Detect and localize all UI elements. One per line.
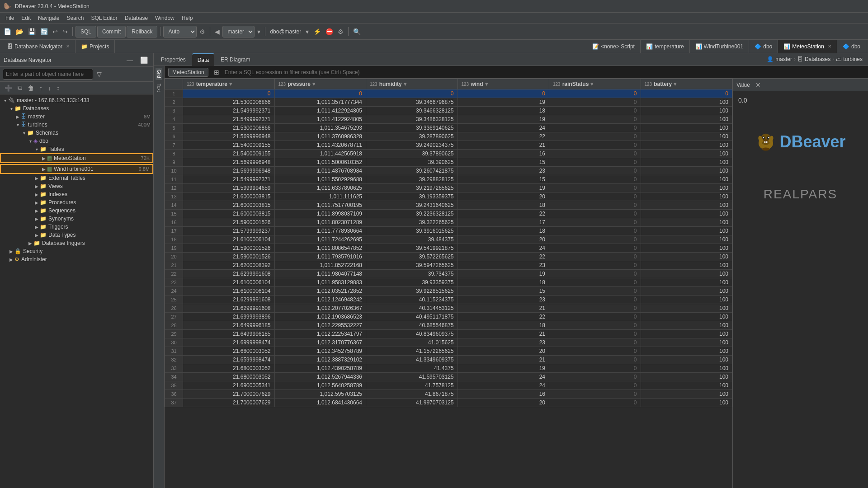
data-cell[interactable]: 39.2607421875 [366,167,458,175]
data-cell[interactable]: 1,012.3887329102 [274,356,366,364]
data-cell[interactable]: 21.6299991608 [183,304,275,313]
data-cell[interactable]: 18 [458,227,549,235]
open-button[interactable]: 📂 [14,27,25,36]
refresh-button[interactable]: 🔄 [38,27,50,36]
data-cell[interactable]: 1,011.4122924805 [274,107,366,115]
data-cell[interactable]: 21.5900001526 [183,253,275,261]
data-cell[interactable]: 100 [641,321,732,330]
table-row[interactable]: 2021.59000015261,011.793579101639.572265… [165,253,732,261]
table-row[interactable]: 2321.61000061041,011.958312988339.933593… [165,278,732,287]
data-cell[interactable]: 21.5699996948 [183,132,275,141]
data-cell[interactable]: 21.5699996948 [183,158,275,167]
tab-properties[interactable]: Properties [156,53,191,66]
data-cell[interactable]: 1,011.9804077148 [274,270,366,278]
data-cell[interactable]: 100 [641,278,732,287]
table-row[interactable]: 621.56999969481,011.376098632839.2878906… [165,132,732,141]
data-cell[interactable]: 41.9970703125 [366,399,458,407]
data-cell[interactable]: 0 [549,201,641,210]
data-cell[interactable]: 21.7000007629 [183,390,275,399]
data-cell[interactable]: 0 [549,210,641,218]
data-cell[interactable]: 1,011.3571777344 [274,98,366,107]
data-cell[interactable]: 0 [549,261,641,270]
tree-administer[interactable]: ▶ ⚙ Administer [0,255,153,263]
data-cell[interactable]: 100 [641,304,732,313]
data-cell[interactable]: 18 [458,107,549,115]
table-row[interactable]: 1421.60000038151,011.751770019539.243164… [165,201,732,210]
data-cell[interactable]: 21 [458,356,549,364]
data-cell[interactable]: 0 [549,184,641,192]
data-cell[interactable]: 100 [641,124,732,132]
data-cell[interactable]: 0 [549,364,641,373]
data-cell[interactable]: 0 [549,296,641,304]
tab-data[interactable]: Data [192,53,214,66]
data-cell[interactable]: 19 [458,364,549,373]
table-row[interactable]: 1521.60000038151,011.899803710939.223632… [165,210,732,218]
tree-master-db[interactable]: ▶ 🗄 master 6M [0,113,153,121]
data-cell[interactable]: 21 [458,141,549,150]
data-cell[interactable]: 100 [641,175,732,184]
data-cell[interactable]: 39.734375 [366,270,458,278]
data-cell[interactable]: 1,012.2077026367 [274,304,366,313]
data-cell[interactable]: 1,012.2295532227 [274,321,366,330]
data-cell[interactable]: 21.5400009155 [183,150,275,158]
data-cell[interactable]: 1,011.5502929688 [274,175,366,184]
data-cell[interactable]: 40.8349609375 [366,330,458,338]
data-cell[interactable]: 39.3369140625 [366,124,458,132]
table-row[interactable]: 3121.68000030521,012.345275878941.157226… [165,347,732,356]
tab-dbo-1[interactable]: 🔷 dbo [749,40,778,53]
data-cell[interactable]: 1,012.5640258789 [274,381,366,390]
data-cell[interactable]: 100 [641,107,732,115]
table-row[interactable]: 1721.57999992371,011.777893066439.391601… [165,227,732,235]
col-wind-header[interactable]: 123 wind ▾ [458,79,549,89]
tree-schemas[interactable]: ▾ 📁 Schemas [0,129,153,137]
tree-tables[interactable]: ▾ 📁 Tables [0,145,153,153]
tree-procedures[interactable]: ▶ 📁 Procedures [0,198,153,206]
data-cell[interactable]: 21.6999993896 [183,313,275,321]
data-cell[interactable]: 39.2431640625 [366,201,458,210]
data-cell[interactable]: 41.015625 [366,338,458,347]
table-row[interactable]: 921.56999969481,011.500061035239.3906251… [165,158,732,167]
user-arrow[interactable]: ▾ [304,27,311,36]
data-cell[interactable]: 39.572265625 [366,253,458,261]
data-cell[interactable]: 1,012.6841430664 [274,399,366,407]
tab-temperature[interactable]: 📊 temperature [641,40,690,53]
data-cell[interactable]: 39.3466328125 [366,107,458,115]
data-cell[interactable]: 39.37890625 [366,150,458,158]
data-cell[interactable]: 21.6599998474 [183,356,275,364]
data-cell[interactable]: 100 [641,132,732,141]
data-cell[interactable]: 21.6499996185 [183,330,275,338]
text-tool-button[interactable]: Text [156,82,162,94]
data-cell[interactable]: 21.5900001526 [183,218,275,227]
data-cell[interactable]: 0 [549,132,641,141]
tree-security[interactable]: ▶ 🔒 Security [0,247,153,255]
grid-tool-button[interactable]: Grid [156,68,162,80]
prev-button[interactable]: ◀ [213,27,222,36]
data-cell[interactable]: 21.6800003052 [183,364,275,373]
data-cell[interactable]: 18 [458,278,549,287]
data-cell[interactable]: 0 [549,218,641,227]
data-cell[interactable]: 1,012.4390258789 [274,364,366,373]
data-cell[interactable]: 40.115234375 [366,296,458,304]
data-cell[interactable]: 39.93359375 [366,278,458,287]
sidebar-minimize[interactable]: — [125,56,135,65]
data-cell[interactable]: 100 [641,184,732,192]
data-cell[interactable]: 0 [549,253,641,261]
col-temperature-header[interactable]: 123 temperature ▾ [183,79,275,89]
sql-button[interactable]: SQL [75,26,96,38]
data-cell[interactable]: 19 [458,115,549,124]
data-cell[interactable]: 19 [458,98,549,107]
data-cell[interactable]: 100 [641,373,732,381]
tree-master-connection[interactable]: ▾ 🔌 master - 167.86.120.133:1433 [0,96,153,104]
data-cell[interactable]: 100 [641,167,732,175]
connect-button[interactable]: ⚡ [311,27,323,36]
filter-button[interactable]: ▽ [95,70,104,79]
data-cell[interactable]: 0 [549,98,641,107]
tree-triggers[interactable]: ▶ 📁 Triggers [0,223,153,231]
tab-meteostation[interactable]: 📊 MeteoStation ✕ [778,40,837,53]
sidebar-expand[interactable]: ⬜ [138,56,150,65]
data-cell[interactable]: 24 [458,244,549,253]
data-cell[interactable]: 0 [458,89,549,98]
data-cell[interactable]: 1,012.0352172852 [274,287,366,296]
data-cell[interactable]: 22 [458,253,549,261]
data-cell[interactable]: 1,012.1246948242 [274,296,366,304]
